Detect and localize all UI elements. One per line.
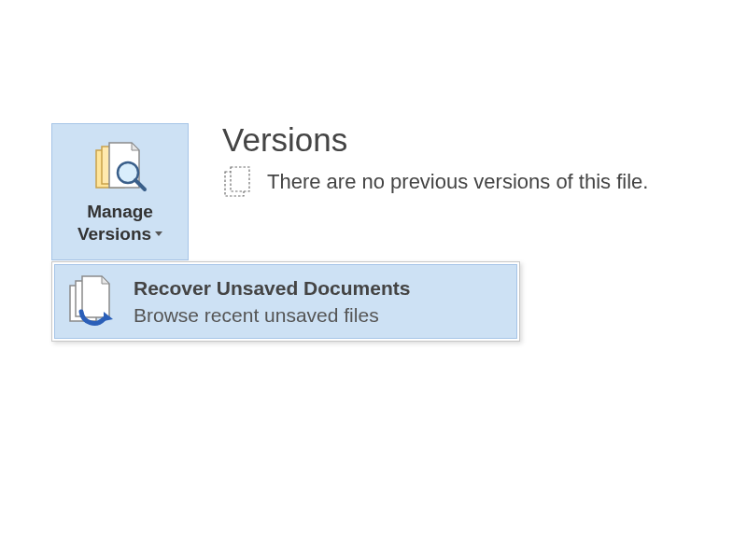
versions-heading: Versions <box>222 123 648 156</box>
chevron-down-icon <box>155 231 162 236</box>
versions-empty-message: There are no previous versions of this f… <box>267 170 648 194</box>
manage-versions-button[interactable]: Manage Versions <box>51 123 189 260</box>
documents-magnifier-icon <box>91 141 150 197</box>
recover-unsaved-documents-item[interactable]: Recover Unsaved Documents Browse recent … <box>54 264 517 339</box>
manage-versions-label: Manage Versions <box>78 201 162 245</box>
menu-item-description: Browse recent unsaved files <box>134 302 410 328</box>
empty-documents-icon <box>222 165 254 199</box>
svg-rect-5 <box>231 167 249 191</box>
recover-documents-icon <box>64 274 124 329</box>
menu-item-title: Recover Unsaved Documents <box>134 275 410 301</box>
manage-versions-menu: Recover Unsaved Documents Browse recent … <box>51 261 520 342</box>
